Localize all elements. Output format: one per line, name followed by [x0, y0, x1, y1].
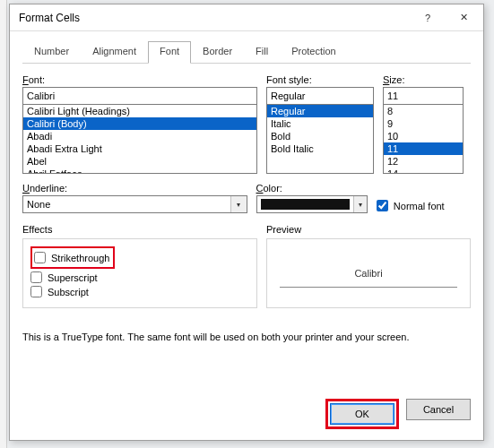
tabstrip: Number Alignment Font Border Fill Protec…: [22, 40, 471, 64]
cancel-button[interactable]: Cancel: [406, 399, 471, 420]
format-cells-dialog: Format Cells ? ✕ Number Alignment Font B…: [9, 4, 484, 441]
superscript-checkbox[interactable]: Superscript: [30, 271, 249, 283]
underline-label: Underline:: [22, 183, 247, 194]
style-option[interactable]: Bold: [267, 130, 373, 142]
normal-font-checkbox[interactable]: Normal font: [377, 200, 445, 211]
preview-title: Preview: [266, 224, 471, 235]
size-input[interactable]: [383, 87, 464, 105]
effects-title: Effects: [22, 224, 257, 235]
chevron-down-icon: ▾: [353, 196, 367, 212]
size-option[interactable]: 12: [384, 155, 463, 168]
font-option[interactable]: Abadi Extra Light: [23, 142, 256, 155]
strikethrough-input[interactable]: [34, 252, 46, 263]
color-combo[interactable]: ▾: [256, 195, 368, 213]
subscript-checkbox[interactable]: Subscript: [30, 286, 249, 297]
close-button[interactable]: ✕: [446, 5, 481, 30]
color-swatch: [261, 199, 350, 210]
font-description: This is a TrueType font. The same font w…: [22, 332, 471, 342]
size-option[interactable]: 10: [384, 130, 463, 142]
style-option[interactable]: Bold Italic: [267, 142, 373, 155]
tab-alignment[interactable]: Alignment: [81, 41, 148, 64]
font-option[interactable]: Abril Fatface: [23, 168, 256, 174]
underline-value: None: [27, 199, 50, 210]
font-option[interactable]: Abel: [23, 155, 256, 168]
subscript-input[interactable]: [30, 286, 42, 297]
tab-protection[interactable]: Protection: [280, 41, 348, 64]
size-option[interactable]: 11: [384, 142, 463, 155]
tab-font[interactable]: Font: [148, 41, 191, 64]
style-option[interactable]: Italic: [267, 117, 373, 130]
font-listbox[interactable]: Calibri Light (Headings) Calibri (Body) …: [22, 104, 257, 174]
superscript-input[interactable]: [30, 271, 42, 283]
color-label: Color:: [256, 183, 368, 194]
titlebar: Format Cells ? ✕: [10, 4, 483, 31]
preview-sample: Calibri: [345, 268, 391, 279]
font-label: Font:: [22, 74, 257, 85]
tab-number[interactable]: Number: [22, 41, 81, 64]
size-option[interactable]: 9: [384, 117, 463, 130]
font-input[interactable]: [22, 87, 257, 105]
size-option[interactable]: 8: [384, 105, 463, 117]
font-style-label: Font style:: [266, 74, 374, 85]
effects-group: Strikethrough Superscript Subscript: [22, 238, 257, 308]
font-option[interactable]: Abadi: [23, 130, 256, 142]
ok-button[interactable]: OK: [330, 403, 394, 425]
underline-combo[interactable]: None ▾: [22, 195, 247, 213]
tab-fill[interactable]: Fill: [244, 41, 280, 64]
preview-box: Calibri: [266, 238, 471, 308]
help-button[interactable]: ?: [410, 5, 446, 30]
size-listbox[interactable]: 8 9 10 11 12 14: [383, 104, 464, 174]
strikethrough-checkbox[interactable]: Strikethrough: [34, 252, 109, 263]
size-label: Size:: [383, 74, 464, 85]
font-option[interactable]: Calibri (Body): [23, 117, 256, 130]
chevron-down-icon: ▾: [230, 196, 247, 212]
font-style-listbox[interactable]: Regular Italic Bold Bold Italic: [266, 104, 374, 174]
font-option[interactable]: Calibri Light (Headings): [23, 105, 256, 117]
font-style-input[interactable]: [266, 87, 374, 105]
tab-border[interactable]: Border: [191, 41, 244, 64]
normal-font-input[interactable]: [377, 200, 388, 211]
size-option[interactable]: 14: [384, 168, 463, 174]
dialog-title: Format Cells: [19, 12, 410, 24]
style-option[interactable]: Regular: [267, 105, 373, 117]
